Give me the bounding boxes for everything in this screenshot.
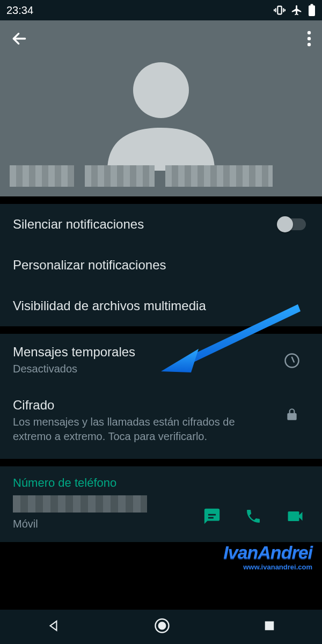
mute-label: Silenciar notificaciones [13, 217, 275, 232]
phone-number-redacted [13, 495, 147, 513]
message-button[interactable] [203, 507, 221, 528]
contact-profile-header [0, 20, 322, 196]
svg-rect-5 [309, 5, 315, 16]
encryption-label: Cifrado [13, 398, 264, 413]
watermark-url: www.ivanandrei.com [223, 563, 312, 571]
avatar-placeholder-icon [91, 58, 231, 171]
phone-type: Móvil [13, 518, 147, 530]
contact-name-redacted [10, 163, 312, 189]
svg-point-9 [308, 37, 311, 40]
back-arrow-icon [11, 30, 28, 47]
vibrate-icon [274, 4, 286, 16]
nav-recents-button[interactable] [264, 620, 275, 634]
svg-rect-18 [265, 621, 274, 631]
media-visibility-row[interactable]: Visibilidad de archivos multimedia [0, 286, 322, 326]
custom-notifications-row[interactable]: Personalizar notificaciones [0, 245, 322, 286]
phone-panel: Número de teléfono Móvil [0, 466, 322, 542]
nav-back-icon [47, 619, 61, 633]
svg-marker-15 [50, 621, 57, 630]
video-call-button[interactable] [286, 507, 305, 528]
nav-home-icon [154, 618, 170, 634]
custom-label: Personalizar notificaciones [13, 258, 309, 273]
svg-rect-6 [311, 4, 313, 6]
avatar[interactable] [91, 58, 231, 171]
privacy-panel: Mensajes temporales Desactivados Cifrado… [0, 334, 322, 459]
timer-icon [284, 353, 300, 369]
phone-icon [245, 508, 262, 525]
video-icon [286, 507, 305, 526]
android-status-bar: 23:34 [0, 0, 322, 20]
disappearing-messages-row[interactable]: Mensajes temporales Desactivados [0, 334, 322, 387]
more-options-button[interactable] [307, 31, 311, 49]
notifications-panel: Silenciar notificaciones Personalizar no… [0, 204, 322, 326]
battery-icon [308, 4, 316, 17]
encryption-sub: Los mensajes y las llamadas están cifrad… [13, 415, 264, 444]
svg-rect-0 [277, 6, 281, 14]
more-vertical-icon [307, 31, 311, 47]
lock-icon [285, 407, 299, 421]
nav-home-button[interactable] [154, 618, 170, 636]
back-button[interactable] [11, 30, 28, 49]
svg-point-11 [133, 62, 189, 118]
nav-back-button[interactable] [47, 619, 61, 635]
media-label: Visibilidad de archivos multimedia [13, 298, 309, 313]
watermark: IvanAndrei www.ivanandrei.com [223, 542, 312, 571]
svg-point-12 [286, 354, 299, 367]
voice-call-button[interactable] [245, 508, 262, 527]
watermark-name: IvanAndrei [223, 542, 312, 562]
svg-point-8 [308, 31, 311, 34]
svg-point-10 [308, 43, 311, 46]
nav-recents-icon [264, 620, 275, 632]
svg-point-17 [159, 623, 166, 630]
clock: 23:34 [6, 4, 33, 17]
phone-section-header: Número de teléfono [0, 466, 322, 492]
message-icon [203, 507, 221, 525]
encryption-row[interactable]: Cifrado Los mensajes y las llamadas está… [0, 387, 322, 459]
mute-toggle[interactable] [278, 218, 306, 230]
disappearing-label: Mensajes temporales [13, 345, 275, 360]
airplane-icon [291, 4, 303, 16]
phone-number-block[interactable]: Móvil [13, 495, 147, 530]
mute-notifications-row[interactable]: Silenciar notificaciones [0, 204, 322, 245]
disappearing-sub: Desactivados [13, 362, 275, 376]
android-nav-bar [0, 610, 322, 644]
status-icons [274, 4, 316, 17]
